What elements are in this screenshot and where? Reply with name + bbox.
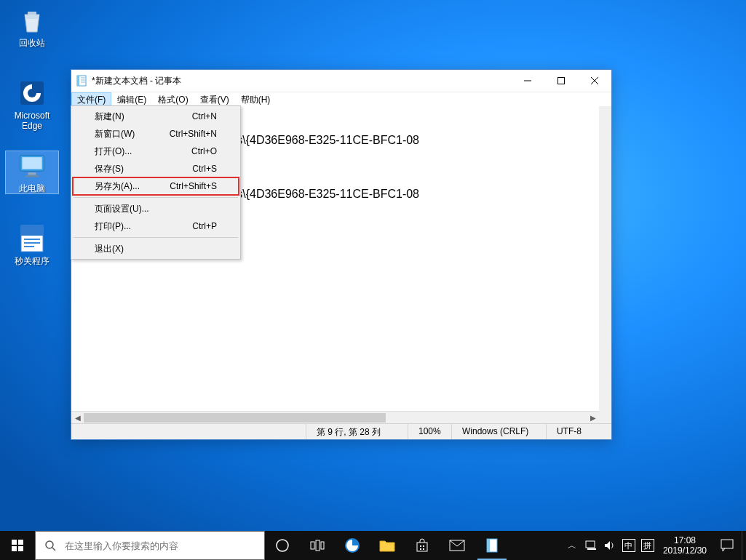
- close-button[interactable]: [578, 70, 611, 92]
- file-menu-dropdown: 新建(N)Ctrl+N 新窗口(W)Ctrl+Shift+N 打开(O)...C…: [71, 105, 241, 260]
- scroll-right-icon[interactable]: ▶: [587, 412, 599, 424]
- svg-rect-28: [311, 542, 314, 549]
- menubar: 文件(F) 编辑(E) 格式(O) 查看(V) 帮助(H): [71, 92, 611, 106]
- scroll-corner: [599, 411, 611, 423]
- desktop: 回收站 MicrosoftEdge 此电脑 秒关程序 *新建文本文档 - 记事本: [0, 0, 746, 560]
- menu-item-print[interactable]: 打印(P)...Ctrl+P: [73, 217, 239, 235]
- menu-item-page-setup[interactable]: 页面设置(U)...: [73, 200, 239, 217]
- desktop-icon-label: 秒关程序: [6, 256, 58, 266]
- taskbar-explorer[interactable]: [370, 531, 405, 560]
- svg-rect-33: [420, 545, 421, 547]
- svg-rect-29: [316, 540, 320, 551]
- svg-rect-18: [558, 78, 565, 84]
- svg-rect-39: [487, 539, 490, 552]
- svg-rect-0: [28, 12, 36, 15]
- svg-rect-21: [12, 540, 17, 545]
- maximize-button[interactable]: [544, 70, 578, 92]
- svg-rect-36: [423, 548, 424, 550]
- svg-rect-34: [423, 545, 424, 547]
- search-input[interactable]: [65, 540, 264, 551]
- this-pc-icon: [17, 151, 47, 180]
- tray-network-icon[interactable]: [584, 539, 598, 552]
- svg-point-2: [28, 89, 36, 97]
- svg-point-27: [277, 540, 288, 551]
- edge-icon: [17, 79, 47, 108]
- tray-ime-lang[interactable]: 中: [622, 539, 635, 552]
- svg-rect-9: [24, 239, 40, 240]
- tray-volume-icon[interactable]: [603, 539, 616, 552]
- svg-rect-10: [24, 242, 40, 244]
- menu-item-open[interactable]: 打开(O)...Ctrl+O: [73, 143, 239, 160]
- taskbar-store[interactable]: [405, 531, 440, 560]
- svg-rect-8: [21, 225, 43, 236]
- taskbar-mail[interactable]: [440, 531, 475, 560]
- folder-icon: [379, 539, 395, 552]
- desktop-icon-label: 此电脑: [6, 183, 58, 193]
- svg-rect-6: [25, 175, 39, 177]
- recycle-bin-icon: [17, 6, 47, 35]
- menu-help[interactable]: 帮助(H): [235, 92, 277, 106]
- menu-item-save-as[interactable]: 另存为(A)...Ctrl+Shift+S: [73, 177, 239, 195]
- vertical-scrollbar[interactable]: [599, 106, 611, 411]
- svg-rect-4: [22, 157, 41, 169]
- scroll-left-icon[interactable]: ◀: [71, 412, 84, 424]
- show-desktop-button[interactable]: [742, 531, 746, 560]
- status-encoding: UTF-8: [546, 424, 611, 439]
- menu-item-save[interactable]: 保存(S)Ctrl+S: [73, 160, 239, 177]
- svg-rect-40: [586, 541, 595, 548]
- notepad-icon: [485, 538, 499, 553]
- taskbar-taskview[interactable]: [300, 531, 335, 560]
- menu-separator: [74, 237, 238, 238]
- taskbar-clock[interactable]: 17:08 2019/12/30: [657, 531, 713, 560]
- desktop-icon-shutdown-tool[interactable]: 秒关程序: [6, 224, 58, 266]
- system-tray: ︿ 中 拼: [563, 531, 657, 560]
- statusbar: 第 9 行, 第 28 列 100% Windows (CRLF) UTF-8: [71, 423, 611, 439]
- menu-separator: [74, 197, 238, 198]
- clock-time: 17:08: [663, 535, 707, 545]
- menu-view[interactable]: 查看(V): [194, 92, 235, 106]
- scroll-thumb[interactable]: [84, 413, 386, 423]
- scroll-track[interactable]: [84, 412, 587, 424]
- menu-item-new[interactable]: 新建(N)Ctrl+N: [73, 108, 239, 125]
- svg-rect-13: [77, 76, 79, 86]
- edge-icon: [344, 537, 360, 553]
- menu-item-new-window[interactable]: 新窗口(W)Ctrl+Shift+N: [73, 125, 239, 143]
- tray-chevron-up-icon[interactable]: ︿: [566, 539, 579, 552]
- windows-icon: [12, 540, 23, 551]
- menu-file[interactable]: 文件(F): [71, 92, 111, 106]
- cortana-icon: [275, 538, 290, 553]
- svg-rect-11: [24, 246, 34, 247]
- desktop-icon-label: 回收站: [6, 38, 58, 48]
- menu-item-exit[interactable]: 退出(X): [73, 240, 239, 257]
- taskbar: ︿ 中 拼 17:08 2019/12/30: [0, 531, 746, 560]
- menu-format[interactable]: 格式(O): [152, 92, 194, 106]
- taskbar-cortana[interactable]: [265, 531, 300, 560]
- document-icon: [17, 224, 47, 253]
- notepad-icon: [76, 75, 87, 87]
- status-zoom: 100%: [408, 424, 451, 439]
- store-icon: [415, 538, 429, 553]
- svg-point-25: [46, 541, 53, 548]
- window-title: *新建文本文档 - 记事本: [92, 75, 181, 87]
- svg-line-26: [52, 548, 55, 551]
- minimize-button[interactable]: [511, 70, 544, 92]
- taskbar-edge[interactable]: [335, 531, 370, 560]
- desktop-icon-edge[interactable]: MicrosoftEdge: [6, 79, 58, 131]
- svg-rect-23: [12, 546, 17, 551]
- titlebar[interactable]: *新建文本文档 - 记事本: [71, 70, 611, 92]
- taskbar-notepad[interactable]: [475, 531, 509, 560]
- desktop-icon-label: MicrosoftEdge: [6, 111, 58, 131]
- start-button[interactable]: [0, 531, 35, 560]
- clock-date: 2019/12/30: [663, 545, 707, 556]
- tray-ime-mode[interactable]: 拼: [641, 539, 654, 552]
- desktop-icon-recycle-bin[interactable]: 回收站: [6, 6, 58, 48]
- menu-edit[interactable]: 编辑(E): [111, 92, 152, 106]
- svg-rect-35: [420, 548, 421, 550]
- desktop-icon-this-pc[interactable]: 此电脑: [6, 151, 58, 193]
- svg-rect-22: [18, 540, 23, 545]
- search-icon: [36, 540, 65, 551]
- action-center-button[interactable]: [713, 531, 742, 560]
- svg-rect-30: [321, 542, 324, 549]
- horizontal-scrollbar[interactable]: ◀ ▶: [71, 411, 599, 423]
- taskbar-search[interactable]: [35, 531, 265, 560]
